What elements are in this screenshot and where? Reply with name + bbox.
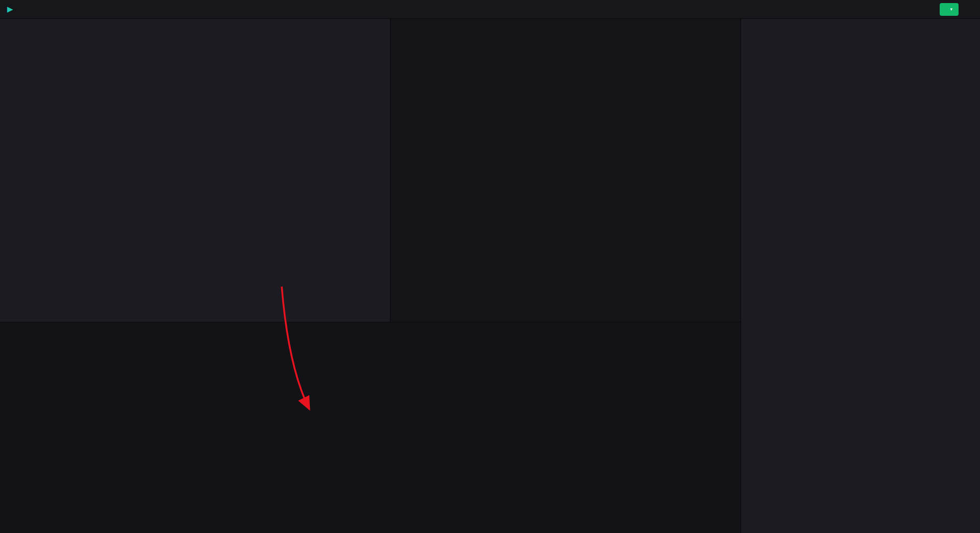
media-panel (0, 19, 390, 322)
titlebar-left: ▶ (7, 5, 39, 14)
app-window: ▶ ▾ (0, 0, 980, 533)
preview-panel (390, 19, 741, 322)
inspector-panel (741, 19, 980, 533)
export-button[interactable]: ▾ (940, 3, 959, 16)
timeline-panel (0, 322, 741, 533)
app-logo-icon: ▶ (7, 5, 13, 14)
titlebar: ▶ ▾ (0, 0, 980, 19)
chevron-down-icon: ▾ (950, 7, 952, 12)
titlebar-right: ▾ (930, 0, 980, 19)
